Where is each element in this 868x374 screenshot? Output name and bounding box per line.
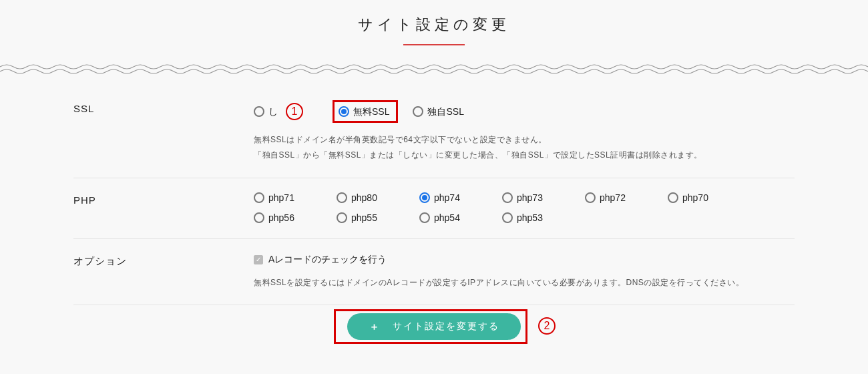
radio-label: php54: [434, 212, 460, 224]
radio-label: し: [268, 106, 278, 118]
checkbox-a-record[interactable]: Aレコードのチェックを行う: [254, 254, 387, 266]
radio-label: php55: [351, 212, 377, 224]
radio-label: php53: [517, 212, 543, 224]
radio-php-php80[interactable]: php80: [337, 192, 385, 204]
radio-icon: [668, 192, 678, 203]
radio-label: 無料SSL: [353, 106, 389, 118]
callout-1-icon: 1: [286, 103, 303, 120]
radio-label: php70: [682, 192, 708, 204]
radio-icon: [254, 212, 264, 223]
radio-icon: [339, 106, 349, 117]
radio-php-php72[interactable]: php72: [585, 192, 633, 204]
plus-icon: ＋: [369, 321, 381, 333]
radio-label: php71: [268, 192, 294, 204]
radio-label: php74: [434, 192, 460, 204]
submit-label: サイト設定を変更する: [393, 321, 499, 333]
radio-ssl-none[interactable]: し: [254, 106, 278, 118]
radio-php-php56[interactable]: php56: [254, 212, 302, 224]
radio-icon: [337, 192, 347, 203]
row-label-php: PHP: [73, 192, 254, 224]
wave-divider: [0, 63, 868, 75]
checkbox-label: Aレコードのチェックを行う: [268, 254, 387, 266]
row-ssl: SSL し 1 無料SSL 独自SSL: [73, 87, 795, 178]
title-underline: [403, 44, 465, 45]
radio-label: php72: [600, 192, 626, 204]
radio-label: php80: [351, 192, 377, 204]
radio-php-php54[interactable]: php54: [419, 212, 467, 224]
radio-icon: [254, 106, 264, 117]
radio-icon: [254, 192, 264, 203]
radio-icon: [419, 212, 430, 223]
submit-button[interactable]: ＋ サイト設定を変更する: [347, 313, 521, 340]
radio-icon: [585, 192, 596, 203]
radio-php-php70[interactable]: php70: [668, 192, 716, 204]
radio-label: php56: [268, 212, 294, 224]
ssl-note-2: 「独自SSL」から「無料SSL」または「しない」に変更した場合、「独自SSL」で…: [254, 148, 795, 163]
option-note: 無料SSLを設定するにはドメインのAレコードが設定するIPアドレスに向いている必…: [254, 275, 795, 291]
radio-icon: [337, 212, 347, 223]
radio-php-php55[interactable]: php55: [337, 212, 385, 224]
callout-2-icon: 2: [538, 317, 556, 335]
radio-php-php74[interactable]: php74: [419, 192, 467, 204]
page-title: サイト設定の変更: [0, 0, 868, 35]
radio-label: php73: [517, 192, 543, 204]
radio-php-php53[interactable]: php53: [502, 212, 550, 224]
submit-area: ＋ サイト設定を変更する 2: [73, 313, 795, 347]
row-label-ssl: SSL: [73, 100, 254, 163]
row-option: オプション Aレコードのチェックを行う 無料SSLを設定するにはドメインのAレコ…: [73, 239, 795, 306]
row-php: PHP php71php80php74php73php72php70php56p…: [73, 178, 795, 239]
radio-label: 独自SSL: [427, 106, 463, 118]
radio-icon: [419, 192, 430, 203]
ssl-note-1: 無料SSLはドメイン名が半角英数記号で64文字以下でないと設定できません。: [254, 132, 795, 148]
checkbox-icon: [254, 255, 263, 264]
radio-icon: [502, 192, 513, 203]
radio-php-php73[interactable]: php73: [502, 192, 550, 204]
radio-ssl-free[interactable]: 無料SSL: [333, 100, 398, 123]
radio-ssl-own[interactable]: 独自SSL: [413, 106, 463, 118]
radio-icon: [502, 212, 513, 223]
row-label-option: オプション: [73, 252, 254, 291]
radio-php-php71[interactable]: php71: [254, 192, 302, 204]
radio-icon: [413, 106, 423, 117]
